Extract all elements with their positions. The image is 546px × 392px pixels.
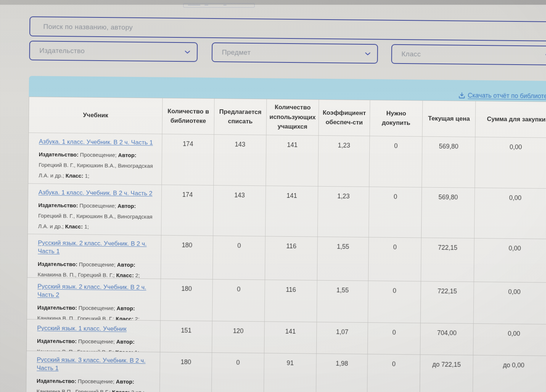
column-header-write-off: Предлагается списать	[214, 99, 267, 135]
cell-students: 116	[265, 236, 318, 280]
cell-need-buy: 0	[369, 136, 422, 187]
photo-top-edge	[0, 0, 546, 5]
publisher-label: Издательство:	[39, 151, 79, 158]
cell-in-library: 151	[160, 320, 213, 352]
chevron-down-icon	[364, 50, 371, 57]
cell-purchase-sum: до 0,00	[473, 355, 546, 392]
search-input[interactable]	[29, 16, 546, 41]
cell-coefficient: 1,55	[317, 237, 369, 281]
book-title-link[interactable]: Русский язык. 2 класс. Учебник. В 2 ч. Ч…	[38, 239, 147, 255]
cell-coefficient: 1,23	[318, 135, 370, 187]
cell-price: 569,80	[422, 136, 475, 188]
chevron-down-icon	[184, 48, 191, 56]
download-report-link[interactable]: Скачать отчёт по библиотеке	[459, 91, 546, 100]
textbook-cell: Азбука. 1 класс. Учебник. В 2 ч. Часть 1…	[28, 132, 162, 185]
book-title-link[interactable]: Русский язык. 3 класс. Учебник. В 2 ч. Ч…	[37, 356, 145, 372]
book-title-link[interactable]: Русский язык. 2 класс. Учебник. В 2 ч. Ч…	[37, 283, 146, 298]
cell-write-off: 0	[213, 236, 266, 279]
cell-in-library: 180	[161, 235, 213, 279]
cell-purchase-sum: 0,00	[474, 238, 546, 282]
book-meta: Издательство: Просвещение; Автор: Канаки…	[37, 302, 155, 320]
publisher-label: Издательство:	[37, 304, 77, 311]
book-meta: Издательство: Просвещение; Автор: Канаки…	[37, 336, 155, 352]
column-header-price: Текущая цена	[422, 101, 476, 137]
table-row: Русский язык. 3 класс. Учебник. В 2 ч. Ч…	[26, 351, 546, 392]
class-label: Класс:	[116, 272, 134, 278]
cell-purchase-sum: 0,00	[475, 137, 546, 188]
textbook-cell: Русский язык. 3 класс. Учебник. В 2 ч. Ч…	[26, 351, 160, 392]
column-header-need-buy: Нужно докупить	[370, 100, 423, 136]
cell-students: 141	[266, 135, 319, 186]
authors-value: Канакина В. П., Горецкий В. Г.;	[38, 271, 115, 278]
cell-coefficient: 1,55	[317, 280, 369, 322]
cell-need-buy: 0	[368, 322, 421, 354]
cell-students: 141	[264, 321, 317, 353]
book-meta: Издательство: Просвещение; Автор: Канаки…	[37, 376, 155, 392]
textbook-cell: Азбука. 1 класс. Учебник. В 2 ч. Часть 2…	[28, 183, 162, 235]
class-value: 1;	[85, 172, 90, 179]
column-header-purchase-sum: Сумма для закупки	[475, 101, 546, 138]
book-title-link[interactable]: Азбука. 1 класс. Учебник. В 2 ч. Часть 2	[38, 189, 152, 197]
class-value: 2;	[135, 272, 140, 278]
publisher-value: Просвещение;	[79, 202, 116, 209]
authors-value: Горецкий В. Г., Кирюшкин В.А., Виноградс…	[38, 212, 152, 229]
subject-filter-placeholder: Предмет	[222, 48, 251, 57]
class-label: Класс:	[112, 389, 130, 392]
table-header-row: Учебник Количество в библиотеке Предлага…	[28, 97, 546, 138]
cell-need-buy: 0	[369, 237, 422, 281]
class-label: Класс:	[65, 223, 83, 229]
cell-in-library: 180	[160, 352, 212, 392]
download-report-label: Скачать отчёт по библиотеке	[468, 92, 546, 100]
table-row: Азбука. 1 класс. Учебник. В 2 ч. Часть 2…	[28, 183, 546, 239]
screen-content: Издательство Предмет Класс Скачать отчёт…	[0, 0, 546, 392]
author-label: Автор:	[117, 261, 135, 268]
cell-price: до 722,15	[420, 354, 473, 392]
cell-coefficient: 1,23	[318, 186, 369, 237]
cell-price: 722,15	[421, 281, 474, 323]
textbook-cell: Русский язык. 2 класс. Учебник. В 2 ч. Ч…	[28, 234, 161, 279]
publisher-label: Издательство:	[38, 202, 78, 208]
book-meta: Издательство: Просвещение; Автор: Канаки…	[38, 259, 156, 278]
cell-price: 704,00	[420, 323, 474, 355]
column-header-textbook: Учебник	[29, 97, 163, 134]
author-label: Автор:	[116, 338, 134, 344]
cell-students: 141	[266, 185, 318, 236]
publisher-filter-dropdown[interactable]: Издательство	[29, 41, 197, 62]
publisher-value: Просвещение;	[78, 378, 114, 384]
cell-students: 91	[264, 353, 316, 392]
cell-write-off: 143	[214, 134, 266, 185]
cell-write-off: 143	[213, 185, 266, 236]
book-meta: Издательство: Просвещение; Автор: Горецк…	[38, 149, 157, 182]
book-title-link[interactable]: Русский язык. 1 класс. Учебник	[37, 324, 127, 332]
cell-purchase-sum: 0,00	[475, 188, 546, 239]
publisher-value: Просвещение;	[78, 305, 115, 311]
column-header-in-library: Количество в библиотеке	[162, 98, 214, 134]
chevron-down-icon	[545, 52, 546, 59]
download-icon	[459, 92, 465, 98]
authors-value: Горецкий В. Г., Кирюшкин В.А., Виноградс…	[38, 162, 153, 178]
grade-filter-placeholder: Класс	[402, 50, 421, 58]
author-label: Автор:	[116, 305, 135, 311]
table-row: Русский язык. 2 класс. Учебник. В 2 ч. Ч…	[27, 277, 546, 324]
publisher-label: Издательство:	[38, 261, 78, 267]
publisher-value: Просвещение;	[80, 151, 116, 158]
publisher-value: Просвещение;	[79, 261, 116, 268]
authors-value: Канакина В.П., Горецкий В.Г.;	[37, 388, 111, 392]
cell-write-off: 120	[212, 321, 265, 353]
grade-filter-dropdown[interactable]: Класс	[391, 44, 546, 65]
table-row: Русский язык. 1 класс. Учебник Издательс…	[27, 319, 546, 356]
cell-need-buy: 0	[368, 281, 421, 323]
cell-price: 569,80	[422, 187, 475, 238]
class-value: 2;	[135, 316, 140, 320]
book-title-link[interactable]: Азбука. 1 класс. Учебник. В 2 ч. Часть 1	[39, 138, 153, 146]
cell-write-off: 0	[212, 352, 264, 392]
publisher-value: Просвещение;	[78, 338, 115, 344]
cell-purchase-sum: 0,00	[473, 323, 546, 356]
clipped-top-element	[183, 3, 255, 8]
table-body: Азбука. 1 класс. Учебник. В 2 ч. Часть 1…	[26, 132, 546, 392]
cell-need-buy: 0	[367, 354, 420, 392]
cell-coefficient: 1,98	[316, 354, 368, 392]
author-label: Автор:	[118, 152, 136, 158]
subject-filter-dropdown[interactable]: Предмет	[212, 42, 378, 64]
publisher-label: Издательство:	[37, 338, 77, 344]
